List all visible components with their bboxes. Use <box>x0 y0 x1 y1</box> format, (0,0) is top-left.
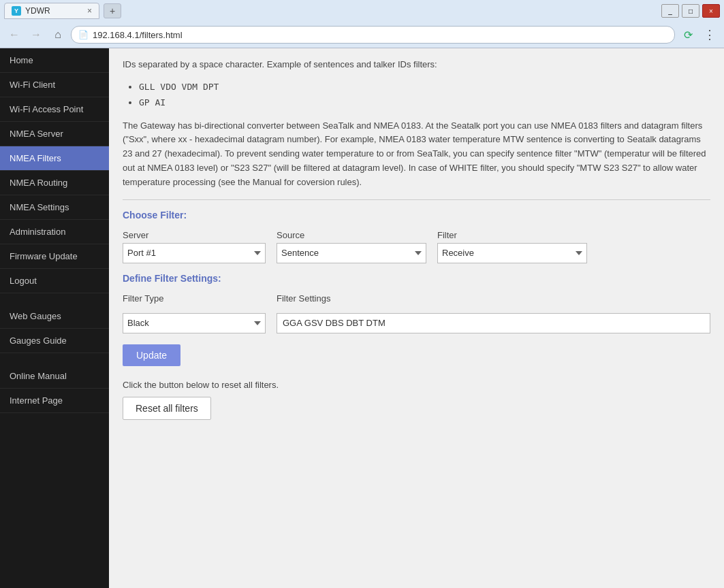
sidebar-item-wifi-client[interactable]: Wi-Fi Client <box>0 73 109 97</box>
browser-tab[interactable]: Y YDWR × <box>4 3 99 19</box>
server-label: Server <box>123 230 266 240</box>
filter-type-label: Filter Type <box>123 293 266 304</box>
server-select[interactable]: Port #1 Port #2 <box>123 243 266 263</box>
reload-button[interactable]: ⟳ <box>679 26 697 44</box>
source-label: Source <box>277 230 426 240</box>
maximize-button[interactable]: □ <box>682 4 699 18</box>
filter-label: Filter <box>437 230 587 240</box>
content-inner: IDs separated by a space character. Exam… <box>109 48 724 440</box>
server-group: Server Port #1 Port #2 <box>123 230 266 263</box>
sidebar-item-logout[interactable]: Logout <box>0 269 109 293</box>
address-icon: 📄 <box>78 30 89 39</box>
reset-all-filters-button[interactable]: Reset all filters <box>123 397 211 420</box>
new-tab-button[interactable]: + <box>104 3 121 18</box>
filter-settings-label: Filter Settings <box>277 293 330 304</box>
filter-group: Filter Receive Transmit <box>437 230 587 263</box>
sidebar: Home Wi-Fi Client Wi-Fi Access Point NME… <box>0 48 109 588</box>
title-bar: Y YDWR × + _ □ × <box>0 0 724 22</box>
app-layout: Home Wi-Fi Client Wi-Fi Access Point NME… <box>0 48 724 588</box>
tab-favicon: Y <box>12 6 21 16</box>
close-button[interactable]: × <box>702 4 720 18</box>
sidebar-item-web-gauges[interactable]: Web Gauges <box>0 304 109 329</box>
define-filter-heading: Define Filter Settings: <box>123 273 710 284</box>
sidebar-item-internet-page[interactable]: Internet Page <box>0 389 109 413</box>
example-list: GLL VDO VDM DPT GP AI <box>139 79 710 111</box>
forward-button[interactable]: → <box>27 26 45 44</box>
source-select[interactable]: Sentence Datagram <box>277 243 426 263</box>
tab-title: YDWR <box>25 6 50 16</box>
filter-type-select[interactable]: Black White <box>123 313 266 333</box>
nav-bar: ← → ⌂ 📄 192.168.4.1/filters.html ⟳ ⋮ <box>0 22 724 48</box>
filter-settings-row: Black White <box>123 313 710 333</box>
sidebar-item-online-manual[interactable]: Online Manual <box>0 364 109 389</box>
filter-settings-input[interactable] <box>277 313 710 333</box>
home-button[interactable]: ⌂ <box>49 26 67 44</box>
sidebar-item-gauges-guide[interactable]: Gauges Guide <box>0 329 109 353</box>
intro-paragraph: IDs separated by a space character. Exam… <box>123 58 710 72</box>
filter-selectors-row: Server Port #1 Port #2 Source Sentence D… <box>123 230 710 263</box>
sidebar-item-administration[interactable]: Administration <box>0 220 109 244</box>
window-controls: _ □ × <box>661 4 720 18</box>
choose-filter-heading: Choose Filter: <box>123 210 710 220</box>
sidebar-item-nmea-server[interactable]: NMEA Server <box>0 122 109 146</box>
address-bar[interactable]: 📄 192.168.4.1/filters.html <box>71 26 675 44</box>
sidebar-item-nmea-routing[interactable]: NMEA Routing <box>0 171 109 195</box>
sidebar-item-nmea-settings[interactable]: NMEA Settings <box>0 195 109 220</box>
sidebar-item-nmea-filters[interactable]: NMEA Filters <box>0 146 109 171</box>
update-button[interactable]: Update <box>123 344 180 366</box>
main-content: IDs separated by a space character. Exam… <box>109 48 724 588</box>
sidebar-item-firmware-update[interactable]: Firmware Update <box>0 244 109 269</box>
divider <box>123 199 710 200</box>
address-text: 192.168.4.1/filters.html <box>93 30 183 40</box>
filter-settings-labels-row: Filter Type Filter Settings <box>123 293 710 304</box>
list-item: GLL VDO VDM DPT <box>139 79 710 95</box>
list-item: GP AI <box>139 95 710 110</box>
sidebar-item-wifi-ap[interactable]: Wi-Fi Access Point <box>0 97 109 122</box>
sidebar-gap <box>0 293 109 304</box>
menu-button[interactable]: ⋮ <box>701 26 719 44</box>
minimize-button[interactable]: _ <box>661 4 679 18</box>
reset-info-text: Click the button below to reset all filt… <box>123 380 710 390</box>
sidebar-item-home[interactable]: Home <box>0 48 109 73</box>
source-group: Source Sentence Datagram <box>277 230 426 263</box>
sidebar-gap2 <box>0 353 109 364</box>
filter-select[interactable]: Receive Transmit <box>437 243 587 263</box>
back-button[interactable]: ← <box>5 26 23 44</box>
body-paragraph: The Gateway has bi-directional converter… <box>123 119 710 190</box>
tab-close-btn[interactable]: × <box>87 6 92 16</box>
browser-chrome: Y YDWR × + _ □ × ← → ⌂ 📄 192.168.4.1/fil… <box>0 0 724 48</box>
